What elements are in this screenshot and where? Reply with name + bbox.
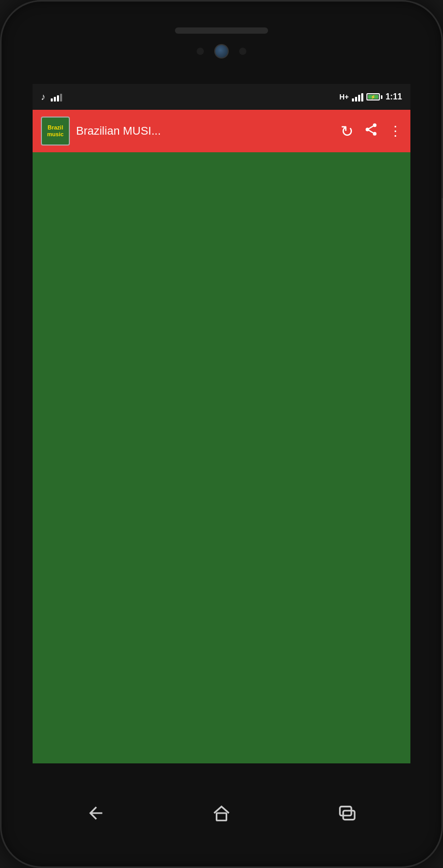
- svg-line-4: [369, 126, 373, 128]
- svg-point-2: [373, 132, 377, 135]
- svg-point-1: [366, 127, 370, 131]
- phone-frame: ♪ H+: [0, 0, 443, 868]
- speaker-grille: [175, 27, 268, 34]
- signal-bar-4: [60, 94, 62, 102]
- signal-bars: [51, 92, 62, 102]
- app-title: Brazilian MUSI...: [76, 124, 334, 138]
- phone-top: [2, 2, 441, 84]
- sig-r-1: [352, 98, 354, 102]
- app-logo-text: Brazilmusic: [47, 124, 64, 138]
- app-bar-icons: ↻ ⋮: [341, 122, 402, 140]
- signal-bars-right: [352, 92, 363, 102]
- sensor-right: [239, 48, 246, 55]
- sig-r-4: [361, 93, 363, 102]
- screen: ♪ H+: [33, 84, 410, 763]
- clock: 1:11: [386, 92, 402, 102]
- signal-icon: [51, 92, 62, 102]
- svg-rect-5: [216, 813, 226, 820]
- status-bar: ♪ H+: [33, 84, 410, 110]
- sensor-left: [197, 48, 204, 55]
- battery-tip: [381, 95, 382, 99]
- front-camera: [214, 44, 229, 59]
- svg-line-3: [369, 130, 373, 133]
- svg-point-0: [373, 123, 377, 127]
- home-button[interactable]: [212, 803, 231, 827]
- signal-bar-3: [57, 95, 59, 102]
- music-icon: ♪: [41, 92, 46, 103]
- recents-button[interactable]: [337, 803, 357, 827]
- phone-bottom: [2, 763, 441, 866]
- status-right: H+ 1:11: [339, 92, 402, 102]
- app-bar: Brazilmusic Brazilian MUSI... ↻ ⋮: [33, 110, 410, 152]
- battery-body: [366, 93, 380, 100]
- refresh-button[interactable]: ↻: [341, 122, 353, 140]
- back-button[interactable]: [86, 803, 106, 827]
- battery-icon: [366, 93, 382, 100]
- app-logo: Brazilmusic: [41, 117, 70, 146]
- sig-r-3: [358, 95, 360, 102]
- network-type: H+: [339, 93, 349, 101]
- status-left: ♪: [41, 92, 62, 103]
- sig-r-2: [355, 97, 357, 102]
- share-button[interactable]: [364, 122, 378, 140]
- signal-bar-1: [51, 98, 53, 102]
- sensors-row: [197, 44, 246, 59]
- battery-fill: [368, 95, 378, 99]
- more-options-button[interactable]: ⋮: [389, 123, 402, 139]
- signal-bar-2: [54, 97, 56, 102]
